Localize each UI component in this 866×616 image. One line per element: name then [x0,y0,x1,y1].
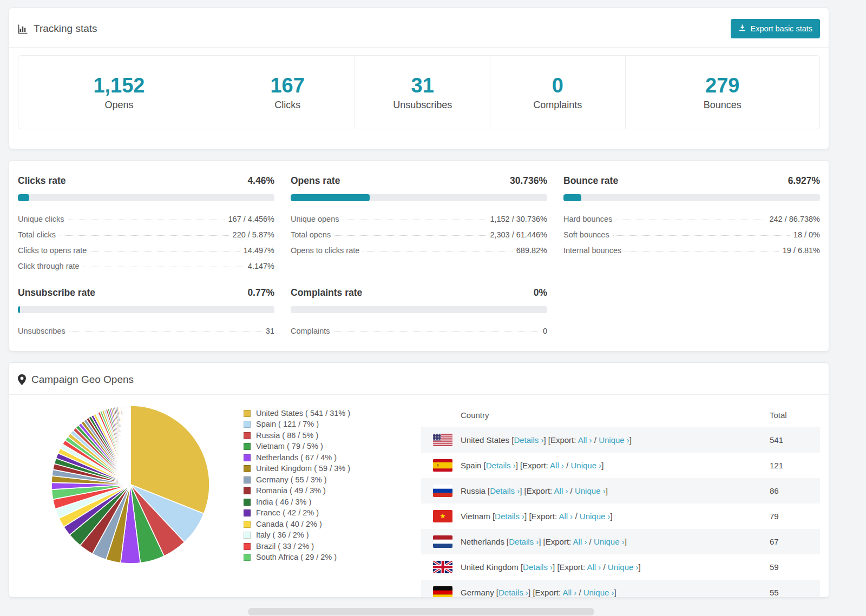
export-all-link[interactable]: All › [562,588,576,597]
legend-item: Romania ( 49 / 3% ) [244,486,373,497]
export-all-link[interactable]: All › [573,537,587,546]
details-link[interactable]: Details › [498,588,528,597]
dotted-leader [334,332,539,332]
legend-label: Brazil ( 33 / 2% ) [256,542,314,552]
progress-bar-fill [563,194,581,201]
scrollbar-thumb[interactable] [248,608,594,615]
rates-grid: Clicks rate4.46%Unique clicks167 / 4.456… [9,161,829,339]
rate-detail-value: 14.497% [244,246,274,255]
table-body: United States [Details ›] [Export: All ›… [421,427,820,598]
rate-title: Complaints rate [291,287,362,299]
legend-swatch [244,454,251,461]
geo-pie-chart [49,403,212,566]
page-title: Tracking stats [34,23,97,35]
rate-opens-rate: Opens rate30.736%Unique opens1,152 / 30.… [291,175,547,274]
rate-detail-row: Soft bounces18 / 0% [563,227,820,242]
rates-card: Clicks rate4.46%Unique clicks167 / 4.456… [9,160,829,352]
legend-swatch [244,521,251,528]
details-link[interactable]: Details › [514,435,543,445]
export-unique-link[interactable]: Unique › [580,512,611,521]
legend-label: Italy ( 36 / 2% ) [256,531,309,540]
rate-header: Opens rate30.736% [291,175,547,187]
country-column-header: Country [461,410,489,420]
rate-detail-value: 167 / 4.456% [228,215,274,223]
legend-item: Brazil ( 33 / 2% ) [244,541,373,552]
country-cell: Vietnam [Details ›] [Export: All › / Uni… [461,512,613,521]
legend-label: Spain ( 121 / 7% ) [256,420,319,429]
rate-percent: 4.46% [247,175,274,187]
total-cell: 86 [760,486,820,495]
legend-label: United States ( 541 / 31% ) [256,409,350,419]
legend-item: Germany ( 55 / 3% ) [244,474,373,486]
stat-clicks: 167Clicks [220,56,355,129]
rate-header: Complaints rate0% [291,287,547,299]
legend-swatch [244,465,251,472]
stat-label: Complaints [533,100,582,111]
dotted-leader [60,235,228,236]
rate-detail-row: Total clicks220 / 5.87% [18,227,274,242]
export-unique-link[interactable]: Unique › [594,537,625,546]
stat-value: 279 [705,74,739,97]
export-all-link[interactable]: All › [554,486,568,495]
legend-item: United Kingdom ( 59 / 3% ) [244,463,373,475]
rate-detail-value: 4.147% [248,262,274,270]
legend-label: Romania ( 49 / 3% ) [256,486,326,496]
rate-percent: 30.736% [510,175,547,187]
bar-chart-icon [18,24,28,34]
rate-detail-label: Complaints [291,327,330,335]
legend-item: France ( 42 / 2% ) [244,508,373,519]
map-pin-icon [18,374,26,385]
legend-item: South Africa ( 29 / 2% ) [244,552,373,564]
geo-header: Campaign Geo Opens [9,363,829,395]
export-all-link[interactable]: All › [578,435,592,445]
rate-detail-value: 689.82% [516,246,547,255]
export-unique-link[interactable]: Unique › [575,486,606,495]
rate-unsubscribe-rate: Unsubscribe rate0.77%Unsubscribes31 [18,287,274,339]
legend-item: Netherlands ( 67 / 4% ) [244,452,373,463]
dotted-leader [83,267,244,267]
campaign-geo-opens-card: Campaign Geo Opens United States ( 541 /… [9,362,829,598]
rate-detail-label: Unique opens [291,215,339,223]
details-link[interactable]: Details › [509,537,539,546]
rate-detail-value: 18 / 0% [793,230,820,239]
export-unique-link[interactable]: Unique › [583,588,614,597]
details-link[interactable]: Details › [486,461,516,470]
dotted-leader [616,220,765,220]
legend-item: Russia ( 86 / 5% ) [244,430,373,441]
stat-label: Unsubscribes [393,100,452,111]
export-unique-link[interactable]: Unique › [608,562,639,572]
export-all-link[interactable]: All › [559,512,573,521]
export-all-link[interactable]: All › [550,461,564,470]
details-link[interactable]: Details › [495,512,524,521]
rate-detail-row: Total opens2,303 / 61.446% [291,227,547,242]
dotted-leader [68,220,224,220]
rate-detail-row: Opens to clicks rate689.82% [291,242,547,258]
details-link[interactable]: Details › [490,486,520,495]
legend-swatch [244,554,251,561]
stat-value: 1,152 [93,74,145,97]
rate-percent: 6.927% [788,175,820,187]
legend-swatch [244,410,251,417]
export-basic-stats-button[interactable]: Export basic stats [731,19,820,38]
export-icon [738,24,746,34]
table-header-row: Country Total [421,403,820,427]
total-cell: 59 [760,562,820,572]
rate-detail-row: Unique clicks167 / 4.456% [18,211,274,227]
details-link[interactable]: Details › [523,562,553,572]
stat-complaints: 0Complaints [490,56,625,129]
progress-bar [18,194,274,201]
export-all-link[interactable]: All › [587,562,601,572]
legend-label: South Africa ( 29 / 2% ) [256,553,337,562]
rate-detail-label: Click through rate [18,262,80,270]
table-row: United Kingdom [Details ›] [Export: All … [421,554,820,580]
legend-item: Vietnam ( 79 / 5% ) [244,441,373,453]
stat-bounces: 279Bounces [625,56,819,129]
rate-detail-row: Hard bounces242 / 86.738% [563,211,820,227]
export-unique-link[interactable]: Unique › [570,461,601,470]
rate-title: Unsubscribe rate [18,287,95,299]
rate-detail-row: Clicks to opens rate14.497% [18,242,274,258]
rate-header: Clicks rate4.46% [18,175,274,187]
export-unique-link[interactable]: Unique › [599,435,629,445]
flag-us-icon [433,434,452,446]
rate-clicks-rate: Clicks rate4.46%Unique clicks167 / 4.456… [18,175,274,274]
